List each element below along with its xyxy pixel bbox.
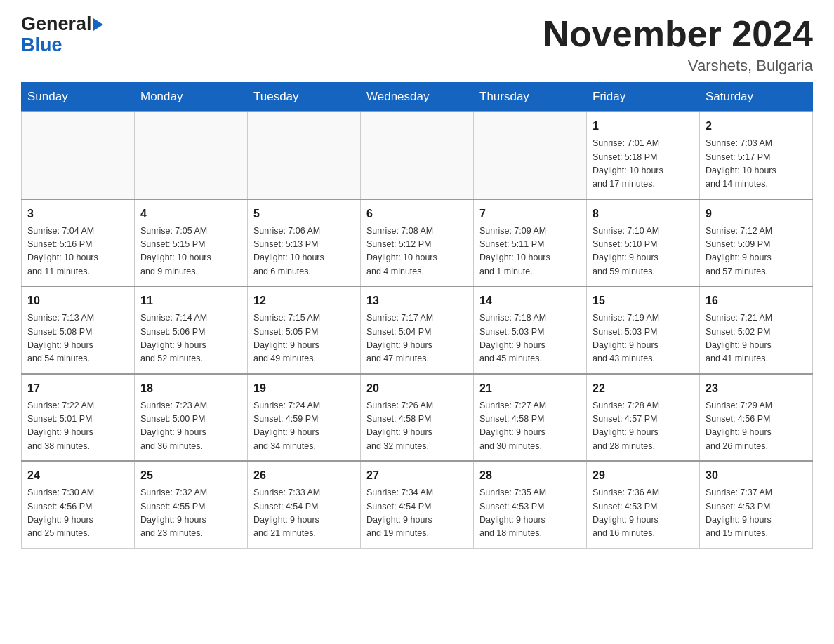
day-number: 24 xyxy=(27,467,128,484)
day-info: Sunrise: 7:29 AMSunset: 4:56 PMDaylight:… xyxy=(706,399,807,454)
day-number: 21 xyxy=(479,380,581,397)
day-info: Sunrise: 7:19 AMSunset: 5:03 PMDaylight:… xyxy=(593,311,694,366)
calendar-day-cell xyxy=(248,112,361,199)
day-number: 8 xyxy=(593,206,694,222)
calendar-day-cell: 21Sunrise: 7:27 AMSunset: 4:58 PMDayligh… xyxy=(474,374,587,462)
day-info: Sunrise: 7:01 AMSunset: 5:18 PMDaylight:… xyxy=(593,137,694,192)
day-number: 9 xyxy=(706,206,807,222)
day-info: Sunrise: 7:24 AMSunset: 4:59 PMDaylight:… xyxy=(253,399,355,454)
day-number: 4 xyxy=(140,206,241,222)
calendar-week-row: 1Sunrise: 7:01 AMSunset: 5:18 PMDaylight… xyxy=(22,112,813,199)
calendar-table: SundayMondayTuesdayWednesdayThursdayFrid… xyxy=(21,82,813,549)
day-info: Sunrise: 7:28 AMSunset: 4:57 PMDaylight:… xyxy=(593,399,694,454)
day-number: 2 xyxy=(706,118,807,135)
day-of-week-header: Wednesday xyxy=(361,83,474,112)
calendar-day-cell xyxy=(361,112,474,199)
day-of-week-header: Saturday xyxy=(700,83,813,112)
calendar-day-cell: 22Sunrise: 7:28 AMSunset: 4:57 PMDayligh… xyxy=(587,374,700,462)
calendar-day-cell: 25Sunrise: 7:32 AMSunset: 4:55 PMDayligh… xyxy=(135,461,248,548)
day-number: 28 xyxy=(479,467,581,484)
day-of-week-header: Sunday xyxy=(22,83,135,112)
calendar-week-row: 17Sunrise: 7:22 AMSunset: 5:01 PMDayligh… xyxy=(22,374,813,462)
day-number: 16 xyxy=(706,293,807,309)
calendar-day-cell: 7Sunrise: 7:09 AMSunset: 5:11 PMDaylight… xyxy=(474,199,587,287)
day-info: Sunrise: 7:14 AMSunset: 5:06 PMDaylight:… xyxy=(140,311,241,366)
day-info: Sunrise: 7:10 AMSunset: 5:10 PMDaylight:… xyxy=(593,224,694,279)
calendar-week-row: 24Sunrise: 7:30 AMSunset: 4:56 PMDayligh… xyxy=(22,461,813,548)
day-number: 20 xyxy=(366,380,468,397)
calendar-day-cell: 8Sunrise: 7:10 AMSunset: 5:10 PMDaylight… xyxy=(587,199,700,287)
calendar-day-cell: 10Sunrise: 7:13 AMSunset: 5:08 PMDayligh… xyxy=(22,286,135,374)
day-number: 29 xyxy=(593,467,694,484)
calendar-day-cell: 2Sunrise: 7:03 AMSunset: 5:17 PMDaylight… xyxy=(700,112,813,199)
day-info: Sunrise: 7:08 AMSunset: 5:12 PMDaylight:… xyxy=(366,224,468,279)
day-of-week-header: Thursday xyxy=(474,83,587,112)
calendar-day-cell: 6Sunrise: 7:08 AMSunset: 5:12 PMDaylight… xyxy=(361,199,474,287)
calendar-day-cell: 4Sunrise: 7:05 AMSunset: 5:15 PMDaylight… xyxy=(135,199,248,287)
day-info: Sunrise: 7:36 AMSunset: 4:53 PMDaylight:… xyxy=(593,486,694,541)
logo-arrow-icon xyxy=(93,18,103,31)
day-number: 15 xyxy=(593,293,694,309)
day-info: Sunrise: 7:26 AMSunset: 4:58 PMDaylight:… xyxy=(366,399,468,454)
day-info: Sunrise: 7:17 AMSunset: 5:04 PMDaylight:… xyxy=(366,311,468,366)
day-number: 10 xyxy=(27,293,128,309)
calendar-day-cell: 29Sunrise: 7:36 AMSunset: 4:53 PMDayligh… xyxy=(587,461,700,548)
day-number: 23 xyxy=(706,380,807,397)
calendar-day-cell: 19Sunrise: 7:24 AMSunset: 4:59 PMDayligh… xyxy=(248,374,361,462)
calendar-header-row: SundayMondayTuesdayWednesdayThursdayFrid… xyxy=(22,83,813,112)
day-info: Sunrise: 7:22 AMSunset: 5:01 PMDaylight:… xyxy=(27,399,128,454)
day-number: 19 xyxy=(253,380,355,397)
day-number: 30 xyxy=(706,467,807,484)
day-info: Sunrise: 7:27 AMSunset: 4:58 PMDaylight:… xyxy=(479,399,581,454)
logo: General Blue xyxy=(21,14,103,55)
day-info: Sunrise: 7:23 AMSunset: 5:00 PMDaylight:… xyxy=(140,399,241,454)
day-of-week-header: Monday xyxy=(135,83,248,112)
day-info: Sunrise: 7:37 AMSunset: 4:53 PMDaylight:… xyxy=(706,486,807,541)
day-number: 18 xyxy=(140,380,241,397)
calendar-day-cell xyxy=(22,112,135,199)
day-number: 6 xyxy=(366,206,468,222)
day-number: 22 xyxy=(593,380,694,397)
calendar-day-cell: 5Sunrise: 7:06 AMSunset: 5:13 PMDaylight… xyxy=(248,199,361,287)
calendar-day-cell: 3Sunrise: 7:04 AMSunset: 5:16 PMDaylight… xyxy=(22,199,135,287)
logo-general-text: General xyxy=(21,14,92,35)
calendar-day-cell: 23Sunrise: 7:29 AMSunset: 4:56 PMDayligh… xyxy=(700,374,813,462)
day-info: Sunrise: 7:12 AMSunset: 5:09 PMDaylight:… xyxy=(706,224,807,279)
calendar-day-cell: 12Sunrise: 7:15 AMSunset: 5:05 PMDayligh… xyxy=(248,286,361,374)
page-header: General Blue November 2024 Varshets, Bul… xyxy=(21,14,813,75)
day-number: 27 xyxy=(366,467,468,484)
calendar-day-cell xyxy=(474,112,587,199)
calendar-day-cell: 24Sunrise: 7:30 AMSunset: 4:56 PMDayligh… xyxy=(22,461,135,548)
logo-blue-text: Blue xyxy=(21,35,103,56)
day-number: 12 xyxy=(253,293,355,309)
day-of-week-header: Tuesday xyxy=(248,83,361,112)
day-info: Sunrise: 7:33 AMSunset: 4:54 PMDaylight:… xyxy=(253,486,355,541)
day-info: Sunrise: 7:18 AMSunset: 5:03 PMDaylight:… xyxy=(479,311,581,366)
calendar-week-row: 3Sunrise: 7:04 AMSunset: 5:16 PMDaylight… xyxy=(22,199,813,287)
calendar-day-cell: 18Sunrise: 7:23 AMSunset: 5:00 PMDayligh… xyxy=(135,374,248,462)
day-info: Sunrise: 7:30 AMSunset: 4:56 PMDaylight:… xyxy=(27,486,128,541)
calendar-day-cell: 20Sunrise: 7:26 AMSunset: 4:58 PMDayligh… xyxy=(361,374,474,462)
day-number: 14 xyxy=(479,293,581,309)
calendar-day-cell: 16Sunrise: 7:21 AMSunset: 5:02 PMDayligh… xyxy=(700,286,813,374)
day-info: Sunrise: 7:06 AMSunset: 5:13 PMDaylight:… xyxy=(253,224,355,279)
day-of-week-header: Friday xyxy=(587,83,700,112)
calendar-day-cell: 1Sunrise: 7:01 AMSunset: 5:18 PMDaylight… xyxy=(587,112,700,199)
calendar-subtitle: Varshets, Bulgaria xyxy=(543,57,813,75)
day-info: Sunrise: 7:04 AMSunset: 5:16 PMDaylight:… xyxy=(27,224,128,279)
day-info: Sunrise: 7:03 AMSunset: 5:17 PMDaylight:… xyxy=(706,137,807,192)
calendar-day-cell: 30Sunrise: 7:37 AMSunset: 4:53 PMDayligh… xyxy=(700,461,813,548)
calendar-week-row: 10Sunrise: 7:13 AMSunset: 5:08 PMDayligh… xyxy=(22,286,813,374)
title-area: November 2024 Varshets, Bulgaria xyxy=(543,14,813,75)
day-number: 5 xyxy=(253,206,355,222)
day-info: Sunrise: 7:13 AMSunset: 5:08 PMDaylight:… xyxy=(27,311,128,366)
day-number: 17 xyxy=(27,380,128,397)
calendar-day-cell: 15Sunrise: 7:19 AMSunset: 5:03 PMDayligh… xyxy=(587,286,700,374)
day-number: 1 xyxy=(593,118,694,135)
day-number: 26 xyxy=(253,467,355,484)
day-number: 3 xyxy=(27,206,128,222)
calendar-day-cell: 9Sunrise: 7:12 AMSunset: 5:09 PMDaylight… xyxy=(700,199,813,287)
day-info: Sunrise: 7:32 AMSunset: 4:55 PMDaylight:… xyxy=(140,486,241,541)
calendar-day-cell: 11Sunrise: 7:14 AMSunset: 5:06 PMDayligh… xyxy=(135,286,248,374)
calendar-day-cell: 14Sunrise: 7:18 AMSunset: 5:03 PMDayligh… xyxy=(474,286,587,374)
